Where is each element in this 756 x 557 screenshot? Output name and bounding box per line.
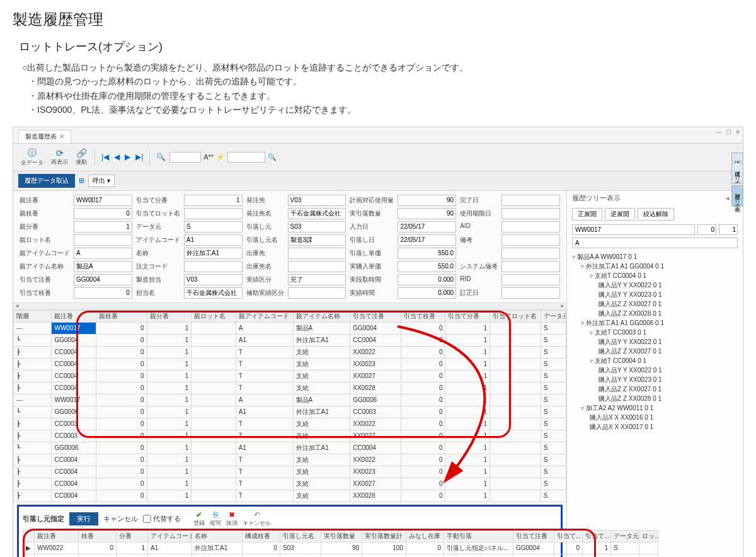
form-field[interactable] [74, 195, 132, 206]
grid-header[interactable]: データ元 [611, 530, 639, 542]
tree-node[interactable]: ▿支給T CC0004 0 1 [572, 356, 738, 365]
table-row[interactable]: ▶WW002201A1外注加工A10S03901000引落し元指定パネル...G… [23, 542, 658, 554]
grid-header[interactable]: 階層 [14, 310, 52, 322]
grid-header[interactable]: 引当て枝番 [401, 310, 445, 322]
erase-button[interactable]: ✖抹消 [226, 510, 238, 527]
form-field[interactable] [74, 287, 132, 299]
main-grid[interactable]: 階層親注番親枝番親分番親ロット名親アイテムコード親アイテム名称引当て注番引当て枝… [13, 310, 566, 502]
cancel-button[interactable]: キャンセル [103, 514, 138, 524]
table-row[interactable]: WW002201A1外注加工A10S03101000引落し元指定パネル...GG… [23, 554, 658, 557]
table-row[interactable]: ┣CC000401T支給XX002301S [14, 358, 566, 370]
form-field[interactable] [74, 234, 132, 246]
table-row[interactable]: —WW001701A製品AGG000601S [14, 394, 566, 406]
link-button[interactable]: 🔗連動 [73, 147, 89, 168]
side-tab-filter[interactable]: 詳細絞込 [731, 152, 743, 161]
form-field[interactable] [398, 274, 456, 285]
grid-header[interactable]: 親分番 [147, 310, 192, 322]
binoculars-icon[interactable]: 🔍 [155, 152, 167, 161]
table-row[interactable]: ┣CC000401T支給XX002201S [14, 454, 566, 466]
grid-header[interactable]: 引当て... [583, 530, 611, 542]
form-field[interactable] [74, 261, 132, 272]
table-row[interactable]: ┗GG000601A1外注加工A1CC000401S [14, 442, 566, 454]
caret-icon[interactable]: ▿ [590, 329, 593, 336]
form-field[interactable] [501, 274, 560, 285]
form-field[interactable] [288, 234, 346, 246]
form-field[interactable] [398, 208, 456, 219]
tree-node[interactable]: ▿加工A2 A2 WW0011 0 1 [572, 403, 738, 413]
form-field[interactable] [184, 261, 243, 272]
grid-header[interactable]: 枝番 [79, 530, 117, 542]
tab-close-icon[interactable]: ✕ [59, 133, 64, 140]
tree-node[interactable]: ▿製品A A WW0017 0 1 [572, 252, 738, 261]
form-field[interactable] [184, 221, 243, 233]
form-field[interactable] [501, 221, 560, 233]
form-field[interactable] [288, 248, 346, 259]
form-field[interactable] [74, 221, 132, 233]
caret-icon[interactable]: ▿ [572, 253, 575, 260]
copy-button[interactable]: ⎘複写 [210, 510, 221, 527]
grid-header[interactable]: 親注番 [35, 530, 79, 542]
form-field[interactable] [74, 208, 132, 219]
tree-node[interactable]: 購入品Y Y XX0023 0 1 [572, 375, 738, 384]
grid-header[interactable]: 引当て注番 [350, 310, 401, 322]
execute-button[interactable]: 実行 [69, 512, 98, 525]
form-field[interactable] [501, 195, 560, 206]
search-input-1[interactable] [169, 152, 201, 163]
table-row[interactable]: ┣CC000401T支給XX002801S [14, 382, 566, 394]
grid-header[interactable]: 引落し元名 [280, 530, 321, 542]
grid-header[interactable]: 構成枝番 [243, 530, 280, 542]
filter-icon[interactable]: ⚡ [216, 153, 225, 161]
form-field[interactable] [184, 208, 243, 219]
form-field[interactable] [288, 208, 346, 219]
grid-header[interactable]: ロッ... [639, 530, 658, 542]
magnify-icon[interactable]: 🔍 [268, 153, 277, 161]
maximize-icon[interactable]: ☐ [726, 129, 731, 135]
tree-forward-button[interactable]: 正展開 [572, 208, 602, 221]
tree-view[interactable]: ▿製品A A WW0017 0 1▿外注加工A1 A1 GG0004 0 1▿支… [567, 250, 743, 434]
grid-header[interactable]: 引当てロット名 [490, 310, 541, 322]
tree-node[interactable]: 購入品Y Y XX0022 0 1 [572, 280, 738, 290]
tree-node[interactable]: ▿支給T CC0004 0 1 [572, 271, 738, 280]
tree-node[interactable]: ▿外注加工A1 A1 GG0004 0 1 [572, 261, 738, 271]
tree-node[interactable]: 購入品X X XX0016 0 1 [572, 413, 738, 422]
table-row[interactable]: ┗GG000601A1外注加工A1CC000301S [14, 406, 566, 418]
form-field[interactable] [288, 221, 346, 233]
caret-icon[interactable]: ▿ [581, 263, 584, 270]
side-tab-structure[interactable]: 構成ツリー [731, 163, 743, 184]
grid-header[interactable]: 親アイテム名称 [293, 310, 350, 322]
form-field[interactable] [184, 195, 243, 206]
tree-reverse-button[interactable]: 逆展開 [605, 208, 635, 221]
caret-icon[interactable]: ▿ [581, 405, 584, 411]
form-field[interactable] [288, 195, 346, 206]
form-field[interactable] [398, 221, 456, 233]
form-field[interactable] [184, 248, 243, 259]
tree-filter-input[interactable] [572, 238, 738, 248]
form-field[interactable] [398, 261, 456, 272]
tree-node[interactable]: 購入品Z Z XX0028 0 1 [572, 309, 738, 318]
form-field[interactable] [501, 261, 560, 272]
detail-grid[interactable]: 親注番枝番分番アイテムコード名称構成枝番引落し元名実引落数量実引落数量計みなし在… [23, 530, 658, 557]
grid-header[interactable]: 名称 [192, 530, 243, 542]
form-field[interactable] [74, 274, 132, 285]
nav-prev-icon[interactable]: ◀ [113, 152, 121, 161]
table-row[interactable]: ┣CC000301T支給XX002701S [14, 430, 566, 442]
mini-cancel-button[interactable]: ↶キャンセル [243, 510, 271, 527]
caret-icon[interactable]: ▿ [590, 357, 593, 364]
form-field[interactable] [501, 234, 560, 246]
form-field[interactable] [501, 208, 560, 219]
nav-first-icon[interactable]: |◀ [100, 152, 110, 161]
table-row[interactable]: ┣CC000401T支給XX002301S [14, 466, 566, 478]
caret-icon[interactable]: ▿ [581, 319, 584, 326]
caret-icon[interactable]: ▿ [590, 272, 593, 279]
grid-header[interactable]: 分番 [117, 530, 148, 542]
grid-header[interactable]: アイテムコード [148, 530, 192, 542]
grid-header[interactable]: 引当て... [554, 530, 583, 542]
nav-next-icon[interactable]: ▶ [123, 152, 132, 161]
all-data-button[interactable]: ⓘ全データ [18, 146, 46, 168]
table-row[interactable]: ┣CC000401T支給XX002201S [14, 346, 566, 358]
tree-node[interactable]: 購入品X X XX0017 0 1 [572, 422, 738, 432]
form-field[interactable] [288, 274, 346, 285]
tree-node[interactable]: 購入品Y Y XX0023 0 1 [572, 290, 738, 299]
tree-clear-button[interactable]: 絞込解除 [638, 208, 674, 221]
grid-header[interactable]: 引当て分番 [445, 310, 490, 322]
